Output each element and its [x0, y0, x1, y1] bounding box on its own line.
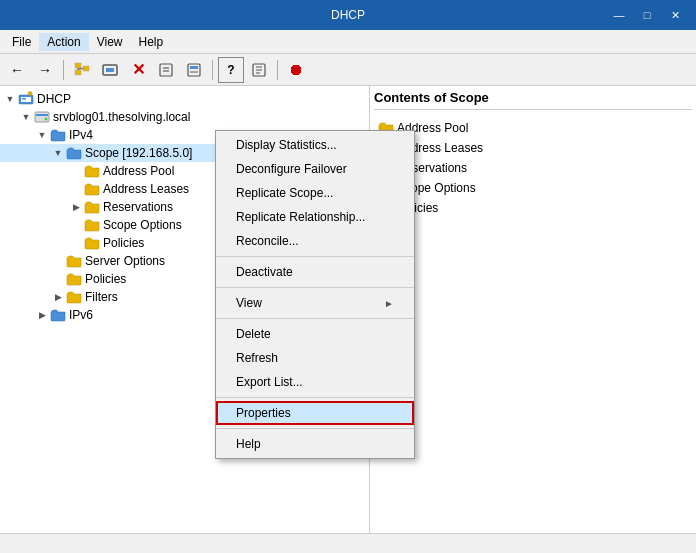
policies-scope-icon [84, 235, 100, 251]
ctx-replicate-scope-label: Replicate Scope... [236, 186, 333, 200]
svg-rect-7 [160, 64, 172, 76]
menu-help[interactable]: Help [131, 33, 172, 51]
ctx-help-label: Help [236, 437, 261, 451]
ctx-replicate-relationship[interactable]: Replicate Relationship... [216, 205, 414, 229]
prop-button-2[interactable] [181, 57, 207, 83]
tree-label-ipv4: IPv4 [69, 128, 93, 142]
svg-line-4 [78, 68, 83, 69]
tree-label-server-options: Server Options [85, 254, 165, 268]
ctx-export-list[interactable]: Export List... [216, 370, 414, 394]
ctx-view-label: View [236, 296, 262, 310]
ctx-deconfigure-failover[interactable]: Deconfigure Failover [216, 157, 414, 181]
svg-rect-22 [36, 114, 48, 116]
back-button[interactable]: ← [4, 57, 30, 83]
ctx-display-statistics-label: Display Statistics... [236, 138, 337, 152]
menu-file[interactable]: File [4, 33, 39, 51]
record-button[interactable]: ⏺ [283, 57, 309, 83]
address-leases-icon [84, 181, 100, 197]
menu-action[interactable]: Action [39, 33, 88, 51]
ctx-sep-1 [216, 256, 414, 257]
server-options-icon [66, 253, 82, 269]
content-item-reservations[interactable]: Reservations [374, 158, 692, 178]
tree-label-server: srvblog01.thesolving.local [53, 110, 190, 124]
expand-server-options [50, 253, 66, 269]
svg-rect-19 [22, 98, 26, 100]
tree-item-dhcp[interactable]: ▼ DHCP [0, 90, 369, 108]
server-icon [34, 109, 50, 125]
export-button[interactable] [246, 57, 272, 83]
ctx-deconfigure-failover-label: Deconfigure Failover [236, 162, 347, 176]
ctx-deactivate[interactable]: Deactivate [216, 260, 414, 284]
menu-view[interactable]: View [89, 33, 131, 51]
expand-ipv4[interactable]: ▼ [34, 127, 50, 143]
content-panel: Contents of Scope Address Pool Address L… [370, 86, 696, 533]
toolbar: ← → ✕ ? ⏺ [0, 54, 696, 86]
svg-rect-6 [106, 68, 114, 72]
connect-button[interactable] [97, 57, 123, 83]
ctx-replicate-scope[interactable]: Replicate Scope... [216, 181, 414, 205]
ctx-sep-4 [216, 397, 414, 398]
tree-label-policies-ipv4: Policies [85, 272, 126, 286]
expand-policies-ipv4 [50, 271, 66, 287]
svg-rect-11 [190, 66, 198, 69]
ctx-properties-label: Properties [236, 406, 291, 420]
policies-ipv4-icon [66, 271, 82, 287]
tree-label-ipv6: IPv6 [69, 308, 93, 322]
expand-address-leases [68, 181, 84, 197]
expand-reservations[interactable]: ▶ [68, 199, 84, 215]
expand-dhcp[interactable]: ▼ [2, 91, 18, 107]
delete-button[interactable]: ✕ [125, 57, 151, 83]
ctx-sep-2 [216, 287, 414, 288]
expand-scope-options [68, 217, 84, 233]
content-item-policies[interactable]: Policies [374, 198, 692, 218]
svg-point-20 [28, 92, 32, 96]
dhcp-icon [18, 91, 34, 107]
ctx-display-statistics[interactable]: Display Statistics... [216, 133, 414, 157]
ipv6-icon [50, 307, 66, 323]
content-item-scope-options[interactable]: Scope Options [374, 178, 692, 198]
ctx-deactivate-label: Deactivate [236, 265, 293, 279]
title-bar: DHCP — □ ✕ [0, 0, 696, 30]
expand-scope[interactable]: ▼ [50, 145, 66, 161]
menu-bar: File Action View Help [0, 30, 696, 54]
help-button[interactable]: ? [218, 57, 244, 83]
forward-button[interactable]: → [32, 57, 58, 83]
ctx-delete[interactable]: Delete [216, 322, 414, 346]
tree-label-scope-options: Scope Options [103, 218, 182, 232]
ctx-refresh[interactable]: Refresh [216, 346, 414, 370]
tree-label-address-pool: Address Pool [103, 164, 174, 178]
app-title: DHCP [331, 8, 365, 22]
svg-rect-1 [75, 70, 81, 75]
ctx-reconcile-label: Reconcile... [236, 234, 299, 248]
scope-icon [66, 145, 82, 161]
svg-point-23 [45, 118, 48, 121]
prop-button-1[interactable] [153, 57, 179, 83]
filters-icon [66, 289, 82, 305]
ctx-properties[interactable]: Properties [216, 401, 414, 425]
content-item-address-leases[interactable]: Address Leases [374, 138, 692, 158]
scope-options-icon [84, 217, 100, 233]
ctx-view[interactable]: View ► [216, 291, 414, 315]
ctx-refresh-label: Refresh [236, 351, 278, 365]
ctx-export-list-label: Export List... [236, 375, 303, 389]
expand-server[interactable]: ▼ [18, 109, 34, 125]
close-button[interactable]: ✕ [662, 5, 688, 25]
ctx-reconcile[interactable]: Reconcile... [216, 229, 414, 253]
reservations-icon [84, 199, 100, 215]
maximize-button[interactable]: □ [634, 5, 660, 25]
expand-filters[interactable]: ▶ [50, 289, 66, 305]
show-tree-button[interactable] [69, 57, 95, 83]
svg-rect-21 [35, 112, 49, 122]
ctx-delete-label: Delete [236, 327, 271, 341]
svg-rect-0 [75, 63, 81, 68]
expand-ipv6[interactable]: ▶ [34, 307, 50, 323]
tree-label-scope: Scope [192.168.5.0] [85, 146, 192, 160]
ctx-replicate-relationship-label: Replicate Relationship... [236, 210, 365, 224]
tree-item-server[interactable]: ▼ srvblog01.thesolving.local [0, 108, 369, 126]
content-header: Contents of Scope [374, 90, 692, 110]
ctx-help[interactable]: Help [216, 432, 414, 456]
ctx-sep-5 [216, 428, 414, 429]
minimize-button[interactable]: — [606, 5, 632, 25]
content-item-address-pool[interactable]: Address Pool [374, 118, 692, 138]
tree-label-address-leases: Address Leases [103, 182, 189, 196]
